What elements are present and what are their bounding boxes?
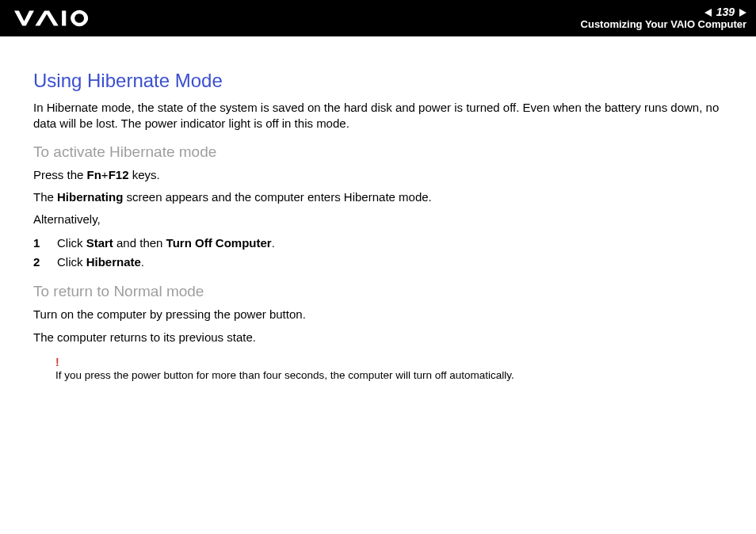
text: keys.	[128, 168, 159, 181]
bold-hibernating: Hibernating	[57, 190, 123, 204]
bold-turn-off: Turn Off Computer	[166, 236, 272, 250]
text: screen appears and the computer enters H…	[123, 190, 431, 204]
text: and then	[113, 236, 166, 250]
press-keys-line: Press the Fn+F12 keys.	[33, 167, 723, 183]
step-text: Click Start and then Turn Off Computer.	[57, 234, 275, 253]
prev-page-icon[interactable]	[704, 9, 712, 17]
note-text: If you press the power button for more t…	[55, 369, 514, 381]
vaio-logo	[14, 10, 107, 27]
key-fn: Fn	[87, 168, 101, 181]
return-heading: To return to Normal mode	[33, 283, 723, 300]
activate-heading: To activate Hibernate mode	[33, 143, 723, 161]
text: .	[272, 236, 275, 250]
page-content: Using Hibernate Mode In Hibernate mode, …	[0, 36, 756, 381]
return-p2: The computer returns to its previous sta…	[33, 330, 723, 345]
step-1: 1 Click Start and then Turn Off Computer…	[33, 234, 723, 253]
step-number: 1	[33, 234, 57, 253]
step-text: Click Hibernate.	[57, 253, 144, 272]
return-p1: Turn on the computer by pressing the pow…	[33, 307, 723, 322]
header-bar: 139 Customizing Your VAIO Computer	[0, 0, 756, 36]
text: The	[33, 190, 57, 204]
text: .	[141, 255, 144, 269]
next-page-icon[interactable]	[739, 9, 746, 17]
step-number: 2	[33, 253, 57, 272]
step-2: 2 Click Hibernate.	[33, 253, 723, 272]
exclamation-icon: !	[55, 357, 723, 368]
bold-hibernate: Hibernate	[86, 255, 141, 269]
page-title: Using Hibernate Mode	[33, 70, 723, 92]
svg-rect-0	[62, 10, 66, 25]
text: Click	[57, 236, 86, 250]
text: Click	[57, 255, 86, 269]
intro-paragraph: In Hibernate mode, the state of the syst…	[33, 100, 723, 132]
caution-note: ! If you press the power button for more…	[33, 357, 723, 381]
page-number: 139	[716, 6, 735, 18]
header-right: 139 Customizing Your VAIO Computer	[581, 6, 746, 30]
steps-list: 1 Click Start and then Turn Off Computer…	[33, 234, 723, 272]
text: Press the	[33, 168, 87, 181]
bold-start: Start	[86, 236, 113, 250]
text: +	[101, 168, 109, 181]
alternatively: Alternatively,	[33, 212, 723, 227]
key-f12: F12	[109, 168, 129, 181]
section-title: Customizing Your VAIO Computer	[581, 19, 746, 30]
page-navigator: 139	[581, 6, 746, 18]
hibernating-line: The Hibernating screen appears and the c…	[33, 189, 723, 205]
